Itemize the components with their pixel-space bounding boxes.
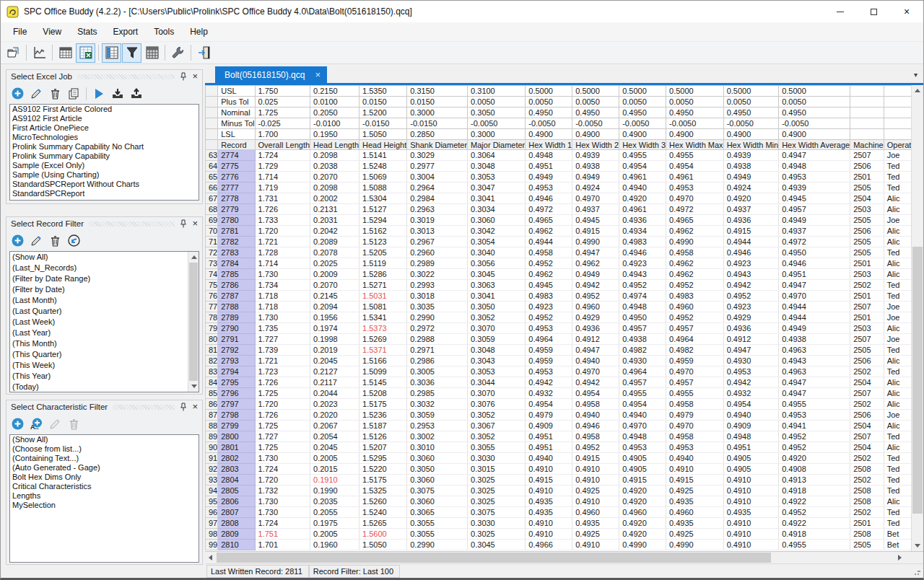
value-cell[interactable]: 0.4941 xyxy=(779,421,850,431)
row-number-cell[interactable]: 76 xyxy=(206,291,218,302)
record-cell[interactable]: 2781 xyxy=(218,226,255,237)
record-cell[interactable]: 2787 xyxy=(218,291,255,302)
row-number-cell[interactable]: 97 xyxy=(206,518,218,529)
list-item[interactable]: First Article OnePiece xyxy=(10,123,199,133)
value-cell[interactable]: 0.4909 xyxy=(723,421,779,431)
value-cell[interactable]: 0.4949 xyxy=(526,172,572,183)
record-cell[interactable]: 2789 xyxy=(218,312,255,323)
value-cell[interactable]: 0.4953 xyxy=(666,183,724,193)
row-number-cell[interactable]: 81 xyxy=(206,345,218,356)
value-cell[interactable]: 1.5236 xyxy=(359,410,407,421)
value-cell[interactable]: 0.4947 xyxy=(779,388,850,399)
list-item[interactable]: (Last Quarter) xyxy=(10,306,199,317)
value-cell[interactable]: 1.724 xyxy=(255,518,310,529)
value-cell[interactable]: 0.4965 xyxy=(526,215,572,226)
list-item[interactable]: Critical Characteristics xyxy=(10,482,199,491)
menu-tools[interactable]: Tools xyxy=(146,22,182,41)
value-cell[interactable]: 0.4970 xyxy=(572,193,619,204)
value-cell[interactable]: 0.4955 xyxy=(779,540,850,550)
row-number-cell[interactable]: 82 xyxy=(206,356,218,366)
value-cell[interactable]: 0.3053 xyxy=(468,172,526,183)
value-cell[interactable]: 0.4961 xyxy=(666,172,724,183)
list-item[interactable]: (Auto Generated - Gage) xyxy=(10,463,199,473)
value-cell[interactable]: 0.4951 xyxy=(526,431,572,442)
row-number-cell[interactable]: 63 xyxy=(206,150,218,161)
column-header[interactable]: Hex Width Min xyxy=(723,140,779,150)
value-cell[interactable]: 0.3059 xyxy=(468,334,526,345)
value-cell[interactable]: 1.5295 xyxy=(359,453,407,464)
value-cell[interactable]: 0.3052 xyxy=(468,410,526,421)
value-cell[interactable]: 0.4915 xyxy=(619,475,666,485)
list-item[interactable]: (Choose from list...) xyxy=(10,444,199,454)
row-number-cell[interactable]: 78 xyxy=(206,312,218,323)
delete-job-icon[interactable] xyxy=(48,87,62,101)
value-cell[interactable]: 0.4950 xyxy=(779,247,850,258)
value-cell[interactable]: 0.4910 xyxy=(526,529,572,540)
value-cell[interactable]: 0.4936 xyxy=(723,215,779,226)
value-cell[interactable]: 1.714 xyxy=(255,172,310,183)
value-cell[interactable]: 1.5286 xyxy=(359,269,407,280)
value-cell[interactable]: 0.4953 xyxy=(666,442,724,453)
value-cell[interactable]: 1.5373 xyxy=(359,323,407,334)
value-cell[interactable]: 0.4970 xyxy=(666,366,724,377)
value-cell[interactable]: 1.5141 xyxy=(359,150,407,161)
value-cell[interactable]: 1.726 xyxy=(255,410,310,421)
value-cell[interactable]: 0.4909 xyxy=(526,421,572,431)
value-cell[interactable]: 0.4947 xyxy=(723,345,779,356)
machine-cell[interactable]: 2507 xyxy=(850,150,884,161)
column-header[interactable]: Head Length xyxy=(310,140,359,150)
vertical-scrollbar[interactable] xyxy=(911,85,923,551)
operator-cell[interactable]: Alic xyxy=(884,226,911,237)
value-cell[interactable]: 0.1910 xyxy=(310,475,359,485)
value-cell[interactable]: 0.2985 xyxy=(407,388,468,399)
value-cell[interactable]: 0.4948 xyxy=(619,431,666,442)
row-number-cell[interactable]: 75 xyxy=(206,280,218,291)
value-cell[interactable]: 0.4952 xyxy=(666,312,724,323)
value-cell[interactable]: 1.5069 xyxy=(359,172,407,183)
record-cell[interactable]: 2802 xyxy=(218,453,255,464)
value-cell[interactable]: 0.4960 xyxy=(619,507,666,518)
record-cell[interactable]: 2800 xyxy=(218,431,255,442)
column-header[interactable]: Head Height xyxy=(359,140,407,150)
machine-cell[interactable]: 2508 xyxy=(850,496,884,507)
value-cell[interactable]: 0.4990 xyxy=(572,237,619,247)
value-cell[interactable]: 0.4961 xyxy=(619,204,666,215)
machine-cell[interactable]: 2505 xyxy=(850,345,884,356)
value-cell[interactable]: 0.4970 xyxy=(572,366,619,377)
value-cell[interactable]: 0.4970 xyxy=(619,421,666,431)
value-cell[interactable]: 0.4962 xyxy=(526,269,572,280)
value-cell[interactable]: 0.4939 xyxy=(779,183,850,193)
value-cell[interactable]: 0.4958 xyxy=(572,431,619,442)
value-cell[interactable]: 0.4908 xyxy=(779,464,850,475)
value-cell[interactable]: 0.4954 xyxy=(572,388,619,399)
value-cell[interactable]: 0.2005 xyxy=(310,529,359,540)
value-cell[interactable]: 1.5081 xyxy=(359,302,407,312)
value-cell[interactable]: 1.5304 xyxy=(359,193,407,204)
row-number-cell[interactable]: 91 xyxy=(206,453,218,464)
value-cell[interactable]: 0.4953 xyxy=(526,183,572,193)
list-item[interactable]: Sample (Using Charting) xyxy=(10,170,199,180)
value-cell[interactable]: 0.3045 xyxy=(468,269,526,280)
list-item[interactable]: (This Month) xyxy=(10,338,199,349)
value-cell[interactable]: 1.5600 xyxy=(359,529,407,540)
value-cell[interactable]: 1.5207 xyxy=(359,442,407,453)
value-cell[interactable]: 0.3060 xyxy=(407,475,468,485)
row-number-cell[interactable]: 74 xyxy=(206,269,218,280)
value-cell[interactable]: 0.4955 xyxy=(666,150,724,161)
value-cell[interactable]: 0.4942 xyxy=(526,377,572,388)
record-cell[interactable]: 2796 xyxy=(218,388,255,399)
value-cell[interactable]: 0.4918 xyxy=(779,485,850,496)
add-filter-icon[interactable] xyxy=(10,234,25,248)
value-cell[interactable]: 1.5371 xyxy=(359,345,407,356)
value-cell[interactable]: 0.4936 xyxy=(572,323,619,334)
value-cell[interactable]: 1.735 xyxy=(255,323,310,334)
value-cell[interactable]: 0.4957 xyxy=(619,377,666,388)
value-cell[interactable]: 1.5265 xyxy=(359,518,407,529)
value-cell[interactable]: 0.1974 xyxy=(310,323,359,334)
value-cell[interactable]: 0.4944 xyxy=(723,237,779,247)
scroll-left-icon[interactable] xyxy=(205,553,216,563)
value-cell[interactable]: 1.5269 xyxy=(359,334,407,345)
value-cell[interactable]: 1.718 xyxy=(255,291,310,302)
value-cell[interactable]: 0.4954 xyxy=(723,399,779,410)
value-cell[interactable]: 0.4953 xyxy=(723,366,779,377)
